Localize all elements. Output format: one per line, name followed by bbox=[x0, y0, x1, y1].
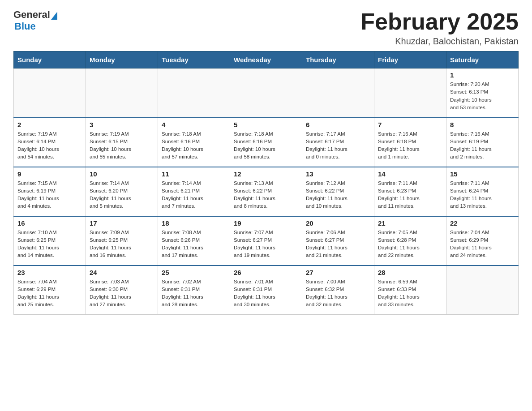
weekday-header-thursday: Thursday bbox=[302, 51, 374, 68]
calendar-cell bbox=[446, 265, 519, 315]
calendar-cell: 8Sunrise: 7:16 AM Sunset: 6:19 PM Daylig… bbox=[446, 118, 519, 167]
week-row-3: 9Sunrise: 7:15 AM Sunset: 6:19 PM Daylig… bbox=[14, 167, 519, 216]
calendar-cell: 22Sunrise: 7:04 AM Sunset: 6:29 PM Dayli… bbox=[446, 216, 519, 265]
day-number: 6 bbox=[306, 121, 370, 128]
day-number: 3 bbox=[90, 121, 154, 128]
day-info: Sunrise: 7:05 AM Sunset: 6:28 PM Dayligh… bbox=[378, 229, 442, 260]
day-number: 27 bbox=[306, 269, 370, 276]
calendar-cell: 28Sunrise: 6:59 AM Sunset: 6:33 PM Dayli… bbox=[374, 265, 446, 315]
calendar-cell: 18Sunrise: 7:08 AM Sunset: 6:26 PM Dayli… bbox=[158, 216, 230, 265]
calendar-cell: 20Sunrise: 7:06 AM Sunset: 6:27 PM Dayli… bbox=[302, 216, 374, 265]
week-row-5: 23Sunrise: 7:04 AM Sunset: 6:29 PM Dayli… bbox=[14, 265, 519, 315]
day-number: 5 bbox=[234, 121, 298, 128]
day-info: Sunrise: 7:09 AM Sunset: 6:25 PM Dayligh… bbox=[90, 229, 154, 260]
weekday-header-wednesday: Wednesday bbox=[230, 51, 302, 68]
day-number: 13 bbox=[306, 170, 370, 178]
day-number: 14 bbox=[378, 170, 442, 178]
calendar-cell: 1Sunrise: 7:20 AM Sunset: 6:13 PM Daylig… bbox=[446, 68, 519, 118]
day-info: Sunrise: 7:18 AM Sunset: 6:16 PM Dayligh… bbox=[162, 130, 226, 161]
weekday-header-monday: Monday bbox=[86, 51, 158, 68]
day-info: Sunrise: 6:59 AM Sunset: 6:33 PM Dayligh… bbox=[378, 278, 442, 309]
calendar-cell: 26Sunrise: 7:01 AM Sunset: 6:31 PM Dayli… bbox=[230, 265, 302, 315]
day-info: Sunrise: 7:04 AM Sunset: 6:29 PM Dayligh… bbox=[450, 229, 515, 260]
calendar-cell: 7Sunrise: 7:16 AM Sunset: 6:18 PM Daylig… bbox=[374, 118, 446, 167]
day-info: Sunrise: 7:11 AM Sunset: 6:24 PM Dayligh… bbox=[450, 180, 515, 210]
week-row-4: 16Sunrise: 7:10 AM Sunset: 6:25 PM Dayli… bbox=[14, 216, 519, 265]
calendar-cell: 4Sunrise: 7:18 AM Sunset: 6:16 PM Daylig… bbox=[158, 118, 230, 167]
day-number: 9 bbox=[17, 170, 82, 178]
calendar-cell: 17Sunrise: 7:09 AM Sunset: 6:25 PM Dayli… bbox=[86, 216, 158, 265]
day-info: Sunrise: 7:14 AM Sunset: 6:20 PM Dayligh… bbox=[90, 180, 154, 210]
day-number: 18 bbox=[162, 219, 226, 227]
day-info: Sunrise: 7:01 AM Sunset: 6:31 PM Dayligh… bbox=[234, 278, 298, 309]
day-number: 12 bbox=[234, 170, 298, 178]
logo: General Blue bbox=[13, 9, 57, 32]
calendar-cell: 13Sunrise: 7:12 AM Sunset: 6:22 PM Dayli… bbox=[302, 167, 374, 216]
calendar-cell: 9Sunrise: 7:15 AM Sunset: 6:19 PM Daylig… bbox=[14, 167, 86, 216]
day-info: Sunrise: 7:15 AM Sunset: 6:19 PM Dayligh… bbox=[17, 180, 82, 210]
day-info: Sunrise: 7:10 AM Sunset: 6:25 PM Dayligh… bbox=[17, 229, 82, 260]
calendar-cell bbox=[158, 68, 230, 118]
day-number: 11 bbox=[162, 170, 226, 178]
day-info: Sunrise: 7:19 AM Sunset: 6:14 PM Dayligh… bbox=[17, 130, 82, 161]
weekday-header-tuesday: Tuesday bbox=[158, 51, 230, 68]
calendar-cell: 10Sunrise: 7:14 AM Sunset: 6:20 PM Dayli… bbox=[86, 167, 158, 216]
day-info: Sunrise: 7:06 AM Sunset: 6:27 PM Dayligh… bbox=[306, 229, 370, 260]
day-number: 28 bbox=[378, 269, 442, 276]
day-info: Sunrise: 7:18 AM Sunset: 6:16 PM Dayligh… bbox=[234, 130, 298, 161]
calendar-cell: 6Sunrise: 7:17 AM Sunset: 6:17 PM Daylig… bbox=[302, 118, 374, 167]
calendar-cell: 14Sunrise: 7:11 AM Sunset: 6:23 PM Dayli… bbox=[374, 167, 446, 216]
calendar-cell bbox=[14, 68, 86, 118]
day-info: Sunrise: 7:20 AM Sunset: 6:13 PM Dayligh… bbox=[450, 81, 515, 111]
weekday-header-sunday: Sunday bbox=[14, 51, 86, 68]
day-number: 2 bbox=[17, 121, 82, 128]
weekday-header-friday: Friday bbox=[374, 51, 446, 68]
logo-triangle-icon bbox=[51, 12, 57, 20]
day-info: Sunrise: 7:11 AM Sunset: 6:23 PM Dayligh… bbox=[378, 180, 442, 210]
calendar-cell: 15Sunrise: 7:11 AM Sunset: 6:24 PM Dayli… bbox=[446, 167, 519, 216]
calendar-cell bbox=[302, 68, 374, 118]
day-number: 7 bbox=[378, 121, 442, 128]
day-number: 10 bbox=[90, 170, 154, 178]
calendar-cell: 27Sunrise: 7:00 AM Sunset: 6:32 PM Dayli… bbox=[302, 265, 374, 315]
day-number: 23 bbox=[17, 269, 82, 276]
calendar-cell: 12Sunrise: 7:13 AM Sunset: 6:22 PM Dayli… bbox=[230, 167, 302, 216]
day-number: 15 bbox=[450, 170, 515, 178]
day-number: 16 bbox=[17, 219, 82, 227]
month-title: February 2025 bbox=[360, 9, 519, 34]
day-number: 21 bbox=[378, 219, 442, 227]
calendar-cell bbox=[86, 68, 158, 118]
day-info: Sunrise: 7:03 AM Sunset: 6:30 PM Dayligh… bbox=[90, 278, 154, 309]
day-number: 19 bbox=[234, 219, 298, 227]
logo-general-text: General bbox=[13, 9, 50, 21]
week-row-1: 1Sunrise: 7:20 AM Sunset: 6:13 PM Daylig… bbox=[14, 68, 519, 118]
day-info: Sunrise: 7:16 AM Sunset: 6:19 PM Dayligh… bbox=[450, 130, 515, 161]
day-info: Sunrise: 7:04 AM Sunset: 6:29 PM Dayligh… bbox=[17, 278, 82, 309]
day-info: Sunrise: 7:17 AM Sunset: 6:17 PM Dayligh… bbox=[306, 130, 370, 161]
calendar-cell: 11Sunrise: 7:14 AM Sunset: 6:21 PM Dayli… bbox=[158, 167, 230, 216]
day-info: Sunrise: 7:14 AM Sunset: 6:21 PM Dayligh… bbox=[162, 180, 226, 210]
day-number: 4 bbox=[162, 121, 226, 128]
day-info: Sunrise: 7:07 AM Sunset: 6:27 PM Dayligh… bbox=[234, 229, 298, 260]
location-text: Khuzdar, Balochistan, Pakistan bbox=[360, 36, 519, 47]
day-number: 24 bbox=[90, 269, 154, 276]
day-number: 25 bbox=[162, 269, 226, 276]
day-info: Sunrise: 7:02 AM Sunset: 6:31 PM Dayligh… bbox=[162, 278, 226, 309]
day-info: Sunrise: 7:16 AM Sunset: 6:18 PM Dayligh… bbox=[378, 130, 442, 161]
calendar-cell: 3Sunrise: 7:19 AM Sunset: 6:15 PM Daylig… bbox=[86, 118, 158, 167]
calendar-cell: 23Sunrise: 7:04 AM Sunset: 6:29 PM Dayli… bbox=[14, 265, 86, 315]
day-number: 26 bbox=[234, 269, 298, 276]
day-info: Sunrise: 7:19 AM Sunset: 6:15 PM Dayligh… bbox=[90, 130, 154, 161]
day-number: 17 bbox=[90, 219, 154, 227]
day-number: 22 bbox=[450, 219, 515, 227]
day-number: 20 bbox=[306, 219, 370, 227]
calendar-cell: 21Sunrise: 7:05 AM Sunset: 6:28 PM Dayli… bbox=[374, 216, 446, 265]
day-info: Sunrise: 7:13 AM Sunset: 6:22 PM Dayligh… bbox=[234, 180, 298, 210]
calendar-table: SundayMondayTuesdayWednesdayThursdayFrid… bbox=[13, 51, 519, 315]
calendar-cell: 2Sunrise: 7:19 AM Sunset: 6:14 PM Daylig… bbox=[14, 118, 86, 167]
calendar-cell: 25Sunrise: 7:02 AM Sunset: 6:31 PM Dayli… bbox=[158, 265, 230, 315]
calendar-cell bbox=[374, 68, 446, 118]
day-number: 8 bbox=[450, 121, 515, 128]
weekday-header-saturday: Saturday bbox=[446, 51, 519, 68]
day-info: Sunrise: 7:08 AM Sunset: 6:26 PM Dayligh… bbox=[162, 229, 226, 260]
